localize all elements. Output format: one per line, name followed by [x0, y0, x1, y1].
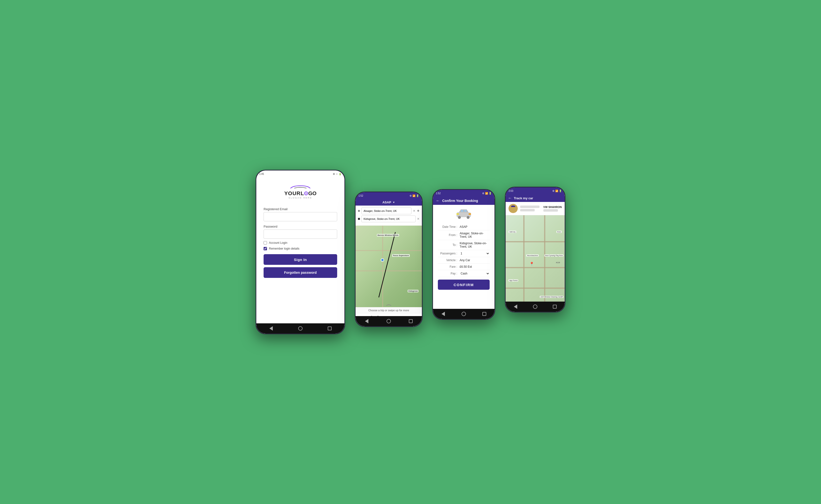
status-bar-2: 1:52 ⚙ 📶 🔋: [356, 192, 422, 199]
car-image-area: [438, 208, 490, 220]
road-label-a119: A119: [556, 262, 560, 263]
place-label-appforest: App Forest: [508, 279, 518, 282]
add-stop-icon[interactable]: +: [417, 208, 419, 214]
recents-button-1[interactable]: [327, 326, 332, 331]
back-button-1[interactable]: [269, 326, 274, 331]
remember-login-checkbox[interactable]: [264, 247, 267, 250]
driver-car-info: VW SHAHRON: [543, 206, 562, 212]
account-login-label: Account Login: [269, 241, 287, 245]
home-button-4[interactable]: [532, 304, 538, 309]
track-back-icon[interactable]: ←: [508, 196, 512, 200]
email-label: Registered Email: [264, 207, 337, 211]
status-bar-1: 1:45 ⚙ ☆ 🔋: [256, 170, 344, 177]
driver-car-name: VW SHAHRON: [543, 206, 562, 208]
password-input[interactable]: [264, 230, 337, 239]
passengers-select[interactable]: 1 2 3 4: [460, 252, 490, 255]
phone-1-login: 1:45 ⚙ ☆ 🔋 YOUR L ⊙: [256, 170, 345, 334]
confirm-title: Confirm Your Booking: [442, 199, 478, 203]
svg-rect-12: [469, 213, 471, 215]
svg-rect-15: [511, 206, 515, 207]
track-map: radd ary Neuroteachers Esso Heol Cynwrig…: [506, 215, 565, 312]
logo-text: YOUR L ⊙ GO: [284, 190, 316, 197]
login-form: Registered Email Password Account Login …: [264, 204, 337, 278]
driver-avatar-icon: [509, 204, 517, 213]
pay-select[interactable]: Cash Card: [460, 272, 490, 275]
to-clear-icon[interactable]: ✕: [417, 217, 419, 221]
email-input[interactable]: [264, 212, 337, 221]
map-area: Barnes Window Blinds Tesco Superstore Ki…: [356, 226, 422, 307]
confirm-button[interactable]: CONFIRM: [438, 280, 490, 290]
logo-car-icon: [286, 185, 315, 189]
forgotten-password-button[interactable]: Forgotten password: [264, 267, 337, 278]
bottom-nav-3: [433, 309, 494, 319]
account-login-row: Account Login: [264, 241, 337, 245]
place-label-1: radd ary: [508, 231, 516, 233]
bottom-nav-1: [256, 323, 344, 334]
datetime-label: Date Time :: [438, 225, 460, 229]
password-label: Password: [264, 225, 337, 228]
track-road-h-1: [506, 241, 565, 242]
svg-rect-11: [456, 213, 459, 215]
home-button-1[interactable]: [298, 326, 303, 331]
to-row-confirm: To : Kidsgrove, Stoke-on-Trent, UK: [438, 240, 490, 250]
svg-marker-6: [459, 209, 469, 212]
map-label-barnes: Barnes Window Blinds: [377, 234, 399, 237]
pay-row: Pay : Cash Card: [438, 270, 490, 277]
track-road-h-3: [506, 288, 565, 289]
from-dot: [358, 210, 360, 212]
back-button-3[interactable]: [440, 311, 446, 317]
recents-button-3[interactable]: [482, 311, 487, 317]
driver-card: VW SHAHRON: [506, 202, 565, 215]
remember-login-row: Remember login details: [264, 247, 337, 250]
from-clear-icon[interactable]: ✕: [413, 209, 415, 213]
home-button-3[interactable]: [461, 311, 466, 317]
recents-button-2[interactable]: [408, 319, 413, 324]
track-screen: ← Track my car: [506, 194, 565, 312]
driver-avatar: [508, 204, 518, 213]
map-label-tesco: Tesco Superstore: [392, 254, 410, 257]
status-icons-2: ⚙ 📶 🔋: [410, 194, 419, 197]
passengers-row: Passengers : 1 2 3 4: [438, 250, 490, 257]
back-button-4[interactable]: [513, 304, 518, 309]
chevron-down-icon[interactable]: ▼: [393, 201, 395, 204]
login-screen: YOUR L ⊙ GO SLOGAN HERE Registered Email…: [256, 177, 344, 334]
swipe-hint: Choose a trip or swipe up for more: [356, 307, 422, 313]
track-road-h-2: [506, 267, 565, 268]
account-login-checkbox[interactable]: [264, 241, 267, 245]
to-input[interactable]: [361, 215, 416, 222]
place-label-heol: Heol Cynwrig Play Area: [544, 254, 564, 257]
bottom-nav-4: [506, 302, 565, 312]
confirm-screen: ← Confirm Your Booking: [433, 197, 494, 319]
back-arrow-icon[interactable]: ←: [436, 199, 440, 203]
place-label-esso: Esso: [556, 231, 562, 233]
svg-line-0: [379, 232, 396, 297]
svg-rect-10: [464, 210, 467, 212]
status-icons-1: ⚙ ☆ 🔋: [333, 173, 342, 175]
status-bar-4: 2:03 ⚙ 📶 🔋: [506, 187, 565, 194]
signin-button[interactable]: Sign In: [264, 254, 337, 265]
driver-info: [520, 206, 541, 211]
map-header: ASAP ▼: [356, 199, 422, 206]
fare-row: Fare : £6.50 Est: [438, 264, 490, 270]
back-button-2[interactable]: [364, 319, 369, 324]
driver-phone-blurred: [520, 209, 535, 211]
map-screen: ASAP ▼ ✕ + ✕: [356, 199, 422, 326]
from-input[interactable]: [361, 208, 411, 214]
driver-name-blurred: [520, 206, 539, 208]
status-icons-3: ⚙ 📶 🔋: [482, 192, 492, 195]
to-label: To :: [438, 243, 460, 247]
logo-area: YOUR L ⊙ GO SLOGAN HERE: [284, 177, 316, 204]
logo-slogan: SLOGAN HERE: [284, 197, 316, 199]
place-label-jlw: JLW Window Cleaning Cardiff: [540, 296, 563, 298]
home-button-2[interactable]: [386, 319, 391, 324]
status-bar-3: 1:52 ⚙ 📶 🔋: [433, 190, 494, 197]
track-title: Track my car: [514, 196, 533, 200]
phone-3-confirm: 1:52 ⚙ 📶 🔋 ← Confirm Your Booking: [432, 189, 495, 320]
phone-4-track: 2:03 ⚙ 📶 🔋 ← Track my car: [505, 187, 565, 312]
vehicle-row: Vehicle : Any Car: [438, 257, 490, 264]
status-time-4: 2:03: [508, 190, 513, 192]
route-svg: [356, 226, 422, 307]
confirm-car-image: [454, 208, 473, 219]
place-label-neuroteachers: Neuroteachers: [526, 254, 539, 257]
recents-button-4[interactable]: [552, 304, 557, 309]
